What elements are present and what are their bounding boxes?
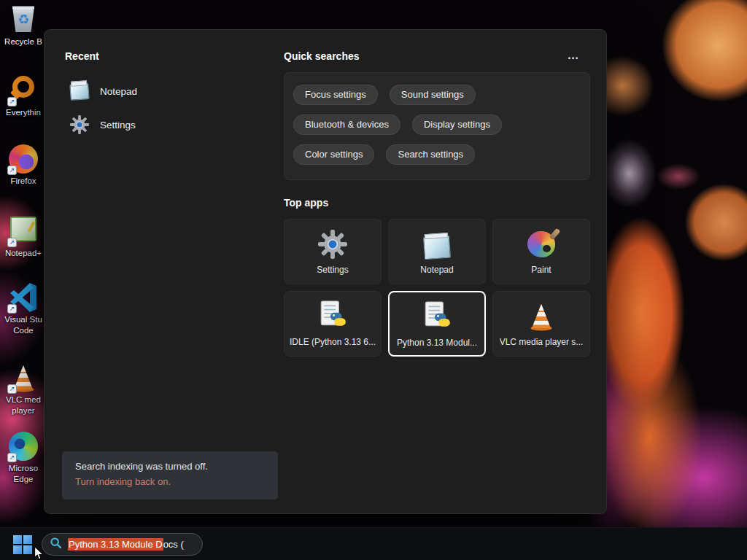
desktop-icon-vlc[interactable]: ↗ VLC med player: [0, 363, 47, 416]
search-icon: [50, 537, 62, 552]
quick-search-pill[interactable]: Display settings: [412, 114, 502, 135]
shortcut-arrow-icon: ↗: [7, 166, 17, 175]
vlc-cone-icon: [527, 298, 556, 331]
search-query-text: Python 3.13 Module Docs (: [68, 539, 184, 550]
search-indexing-notice: Search indexing was turned off. Turn ind…: [62, 451, 278, 499]
quick-search-pill[interactable]: Bluetooth & devices: [293, 114, 400, 135]
start-button[interactable]: [12, 534, 34, 555]
desktop-icon-edge[interactable]: ↗ Microso Edge: [0, 432, 47, 485]
app-tile-label: IDLE (Python 3.13 6...: [290, 337, 376, 347]
desktop-icon-label: Code: [0, 325, 47, 336]
taskbar-search-input[interactable]: Python 3.13 Module Docs (: [42, 533, 203, 556]
desktop-icon-label: Recycle B: [0, 36, 47, 47]
taskbar: Python 3.13 Module Docs ( 12:51 PM 12/3/…: [0, 527, 747, 560]
notepad-icon: [424, 225, 450, 259]
everything-magnifier-icon: [12, 76, 34, 98]
desktop-icon-recycle-bin[interactable]: ♻ Recycle B: [0, 4, 47, 47]
desktop-icon-notepad-plus-plus[interactable]: ↗ Notepad+: [0, 214, 47, 259]
desktop-icon-label: Visual Stu: [0, 314, 47, 325]
quick-search-pill[interactable]: Search settings: [386, 144, 475, 165]
desktop-icon-everything[interactable]: ↗ Everythin: [0, 73, 47, 118]
desktop-icon-label: Microso: [0, 463, 47, 474]
settings-gear-icon: [69, 114, 90, 135]
app-tile-settings[interactable]: Settings: [284, 219, 382, 284]
desktop-icon-label: Everythin: [0, 107, 47, 118]
app-tile-label: Paint: [531, 265, 551, 275]
shortcut-arrow-icon: ↗: [7, 453, 17, 462]
recent-item-label: Settings: [100, 120, 136, 131]
app-tile-label: Notepad: [420, 265, 453, 275]
notice-message: Search indexing was turned off.: [75, 461, 265, 472]
shortcut-arrow-icon: ↗: [7, 97, 17, 106]
settings-gear-icon: [318, 225, 347, 259]
python-document-icon: [317, 298, 348, 331]
windows-logo-icon: [13, 535, 32, 554]
desktop-icon-label: Edge: [0, 474, 47, 485]
top-apps-grid: Settings Notepad Paint: [284, 219, 590, 357]
shortcut-arrow-icon: ↗: [7, 384, 17, 394]
quick-searches-panel: Focus settings Sound settings Bluetooth …: [284, 72, 590, 180]
app-tile-label: Settings: [317, 265, 348, 275]
recent-title: Recent: [65, 50, 99, 62]
recent-item-notepad[interactable]: Notepad: [63, 75, 268, 107]
search-query-selected-text: Python 3.13 Module D: [68, 538, 163, 551]
paint-palette-icon: [527, 225, 555, 259]
shortcut-arrow-icon: ↗: [7, 238, 17, 247]
app-tile-paint[interactable]: Paint: [492, 219, 590, 284]
app-tile-label: Python 3.13 Modul...: [397, 338, 477, 348]
python-document-icon: [422, 298, 452, 332]
app-tile-label: VLC media player s...: [500, 337, 584, 347]
recent-item-label: Notepad: [100, 86, 137, 97]
desktop-icon-firefox[interactable]: ↗ Firefox: [0, 144, 47, 187]
top-apps-title: Top apps: [284, 197, 328, 209]
search-flyout: Recent Notepad: [44, 29, 607, 514]
quick-searches-title: Quick searches: [284, 50, 360, 62]
quick-search-pill[interactable]: Color settings: [293, 144, 374, 165]
app-tile-vlc[interactable]: VLC media player s...: [492, 291, 590, 357]
shortcut-arrow-icon: ↗: [7, 304, 17, 314]
vscode-icon: ↗: [9, 283, 38, 312]
more-options-button[interactable]: …: [561, 47, 586, 63]
ellipsis-icon: …: [568, 49, 580, 62]
recent-item-settings[interactable]: Settings: [63, 109, 268, 141]
desktop-icon-visual-studio-code[interactable]: ↗ Visual Stu Code: [0, 283, 47, 336]
desktop-icon-label: Notepad+: [0, 248, 47, 259]
desktop-icon-label: Firefox: [0, 176, 47, 187]
desktop-icon-label: VLC med: [0, 394, 47, 405]
notepad-icon: [69, 81, 90, 101]
vlc-cone-icon: ↗: [9, 363, 38, 392]
recycle-bin-icon: ♻: [12, 5, 35, 32]
app-tile-idle-python[interactable]: IDLE (Python 3.13 6...: [284, 291, 382, 357]
app-tile-python-module-docs-selected[interactable]: Python 3.13 Modul...: [388, 291, 486, 357]
desktop-icon-label: player: [0, 405, 47, 416]
quick-search-pill[interactable]: Focus settings: [293, 85, 378, 105]
app-tile-notepad[interactable]: Notepad: [388, 219, 486, 284]
quick-search-pill[interactable]: Sound settings: [390, 85, 476, 105]
turn-indexing-on-link[interactable]: Turn indexing back on.: [75, 476, 265, 487]
desktop-screen: ♻ Recycle B ↗ Everythin ↗ Firefox ↗ Note…: [0, 0, 747, 560]
